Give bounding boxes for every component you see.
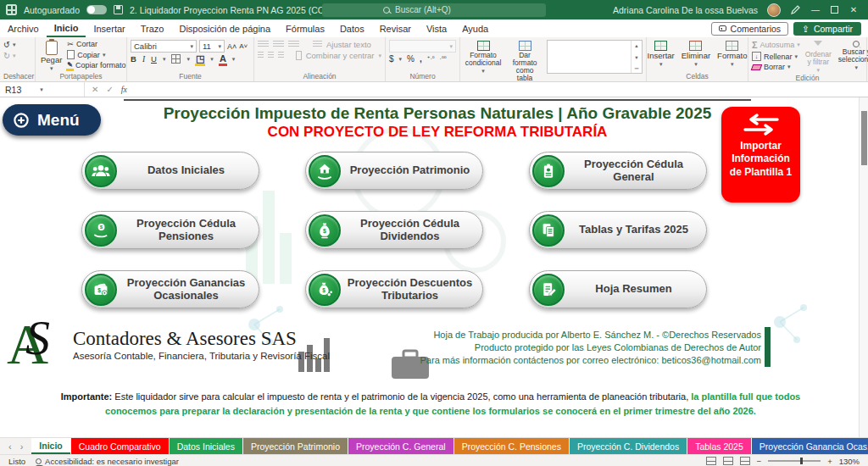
sheet-tab-proyeccion-c-pensiones[interactable]: Proyección C. Pensiones (454, 438, 569, 454)
sort-filter-button[interactable]: Ordenar y filtrar▾ (804, 40, 833, 74)
align-right-icon[interactable] (278, 52, 284, 59)
tab-ayuda[interactable]: Ayuda (454, 19, 496, 37)
sheet-tab-datos-iniciales[interactable]: Datos Iniciales (170, 438, 242, 454)
vertical-scrollbar[interactable] (859, 97, 868, 437)
name-box[interactable]: R13▾ (0, 82, 85, 97)
cut-button[interactable]: ✂ Cortar (67, 40, 125, 48)
restore-button[interactable] (831, 6, 838, 14)
hoja-resumen-button[interactable]: Hoja Resumen (529, 270, 707, 308)
sheet-tab-tablas-2025[interactable]: Tablas 2025 (687, 438, 751, 454)
shrink-font-button[interactable]: A˅ (239, 42, 248, 50)
sheet-nav-left-icon[interactable]: ‹ (8, 441, 12, 452)
zoom-slider-thumb[interactable] (800, 458, 803, 464)
page-break-view-icon[interactable] (740, 457, 750, 465)
fill-color-button[interactable]: ◳ (196, 54, 204, 64)
proyeccion-ganancias-ocasionales-button[interactable]: $ Proyección Ganancias Ocasionales (81, 270, 259, 308)
currency-button[interactable]: $ (389, 54, 394, 64)
tab-inicio[interactable]: Inicio (47, 19, 86, 37)
number-format-select[interactable]: ▾ (389, 40, 456, 53)
grow-font-button[interactable]: A˄ (227, 42, 236, 51)
tab-archivo[interactable]: Archivo (0, 19, 47, 37)
tab-disposicion[interactable]: Disposición de página (171, 19, 278, 37)
autosum-button[interactable]: Σ Autosuma ▾ (752, 40, 800, 50)
tab-formulas[interactable]: Fórmulas (278, 19, 332, 37)
sheet-tab-inicio[interactable]: Inicio (31, 438, 70, 454)
copy-button[interactable]: Copiar ▾ (67, 50, 125, 59)
proyeccion-descuentos-tributarios-button[interactable]: $ Proyección Descuentos Tributarios (305, 270, 483, 308)
align-middle-icon[interactable] (273, 41, 284, 48)
align-top-icon[interactable] (258, 41, 269, 48)
tab-trazo[interactable]: Trazo (133, 19, 172, 37)
tab-revisar[interactable]: Revisar (372, 19, 419, 37)
proyeccion-cedula-pensiones-button[interactable]: $ Proyección Cédula Pensiones (81, 211, 259, 249)
tab-insertar[interactable]: Insertar (86, 19, 132, 37)
zoom-out-button[interactable]: − (757, 457, 762, 466)
minimize-button[interactable]: — (810, 5, 821, 14)
undo-button[interactable]: ↺ ▾ (3, 40, 31, 49)
format-cells-button[interactable]: Formato▾ (715, 40, 748, 68)
zoom-level[interactable]: 130% (839, 457, 860, 466)
bold-button[interactable]: B (131, 54, 136, 64)
fill-button[interactable]: ↓ Rellenar ▾ (752, 52, 800, 61)
normal-view-icon[interactable] (706, 457, 716, 465)
merge-center-button[interactable]: Combinar y centrar (306, 51, 375, 60)
underline-button[interactable]: U (151, 54, 157, 64)
decrease-decimal-button[interactable]: ·⁰⁰ (440, 56, 447, 63)
percent-button[interactable]: % (407, 54, 415, 64)
clear-button[interactable]: Borrar ▾ (752, 63, 800, 71)
proyeccion-cedula-general-button[interactable]: Proyección Cédula General (529, 152, 707, 190)
paste-button[interactable]: Pegar▾ (39, 40, 64, 72)
wrap-text-button[interactable]: Ajustar texto (326, 40, 371, 49)
font-color-button[interactable]: A (220, 54, 226, 64)
align-left-icon[interactable] (258, 52, 264, 59)
align-center-icon[interactable] (268, 52, 274, 59)
zoom-in-button[interactable]: + (827, 457, 832, 466)
merge-center-icon[interactable] (296, 51, 302, 60)
sheet-tab-proyeccion-patrimonio[interactable]: Proyección Patrimonio (243, 438, 348, 454)
sheet-nav-right-icon[interactable]: › (20, 441, 24, 452)
font-size-select[interactable]: 11▾ (199, 40, 225, 53)
format-painter-button[interactable]: ✎ Copiar formato (67, 61, 125, 69)
format-as-table-button[interactable]: Dar formato como tabla▾ (506, 40, 543, 82)
tablas-tarifas-button[interactable]: Tablas y Tarifas 2025 (529, 211, 707, 249)
accessibility-status[interactable]: Accesibilidad: es necesario investigar (36, 457, 179, 466)
excel-app-icon[interactable] (6, 4, 17, 15)
pen-icon[interactable] (790, 5, 800, 15)
close-button[interactable]: ✕ (848, 5, 860, 14)
share-button[interactable]: ⇪Compartir (793, 22, 861, 36)
comma-button[interactable]: , (420, 54, 422, 64)
sheet-tab-proyeccion-ganancia-ocas[interactable]: Proyección Ganancia Ocas. (752, 438, 868, 454)
search-box[interactable]: Buscar (Alt+Q) (322, 3, 546, 17)
wrap-text-icon[interactable] (313, 41, 322, 48)
cell-styles-gallery[interactable]: ▴▾═ (547, 40, 643, 74)
tab-vista[interactable]: Vista (419, 19, 454, 37)
confirm-entry-icon[interactable]: ✓ (106, 85, 113, 94)
autosave-toggle[interactable] (86, 5, 107, 14)
zoom-slider[interactable] (768, 460, 821, 462)
align-bottom-icon[interactable] (288, 41, 299, 48)
cancel-entry-icon[interactable]: ✕ (92, 85, 98, 94)
sheet-tab-cuadro-comparativo[interactable]: Cuadro Comparativo (71, 438, 169, 454)
vertical-scrollbar-thumb[interactable] (861, 111, 867, 165)
proyeccion-cedula-dividendos-button[interactable]: $ Proyección Cédula Dividendos (305, 211, 483, 249)
comments-button[interactable]: Comentarios (711, 22, 789, 36)
page-layout-view-icon[interactable] (723, 457, 733, 465)
sheet-tab-proyeccion-c-general[interactable]: Proyección C. General (348, 438, 453, 454)
insert-function-button[interactable]: fx (121, 85, 127, 94)
tab-datos[interactable]: Datos (332, 19, 372, 37)
user-avatar[interactable] (767, 3, 781, 17)
menu-button[interactable]: Menú (3, 104, 101, 136)
sheet-tab-proyeccion-c-dividendos[interactable]: Proyección C. Dividendos (570, 438, 687, 454)
borders-button[interactable] (171, 54, 181, 64)
import-template-button[interactable]: Importar Información de Plantilla 1 (721, 107, 800, 202)
conditional-formatting-button[interactable]: Formato condicional▾ (464, 40, 503, 75)
datos-iniciales-button[interactable]: Datos Iniciales (81, 152, 259, 190)
save-icon[interactable] (114, 5, 123, 14)
delete-cells-button[interactable]: Eliminar▾ (680, 40, 712, 68)
font-name-select[interactable]: Calibri▾ (131, 40, 197, 53)
increase-decimal-button[interactable]: ⁺·⁰ (427, 56, 435, 63)
redo-button[interactable]: ↻ ▾ (3, 51, 31, 60)
find-select-button[interactable]: Buscar y seleccionar▾ (837, 40, 868, 71)
proyeccion-patrimonio-button[interactable]: Proyección Patrimonio (305, 152, 483, 190)
italic-button[interactable]: I (142, 55, 145, 64)
